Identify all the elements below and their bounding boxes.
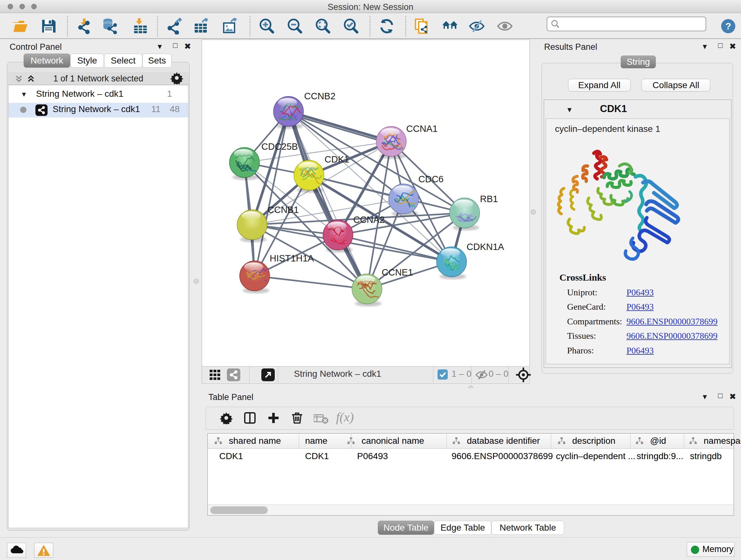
svg-text:CCNA2: CCNA2 [353, 214, 385, 225]
svg-text:HIST1H1A: HIST1H1A [270, 253, 314, 263]
svg-text:CCNB2: CCNB2 [304, 91, 335, 101]
svg-text:RB1: RB1 [480, 194, 498, 204]
svg-text:CCNB1: CCNB1 [267, 205, 299, 215]
svg-text:CDKN1A: CDKN1A [467, 242, 504, 252]
svg-text:CDC25B: CDC25B [261, 141, 298, 152]
svg-text:CDK1: CDK1 [325, 154, 349, 165]
svg-text:?: ? [725, 21, 731, 31]
svg-text:CDC6: CDC6 [418, 174, 444, 184]
svg-text:CCNE1: CCNE1 [382, 267, 413, 277]
svg-text:CCNA1: CCNA1 [406, 124, 437, 134]
